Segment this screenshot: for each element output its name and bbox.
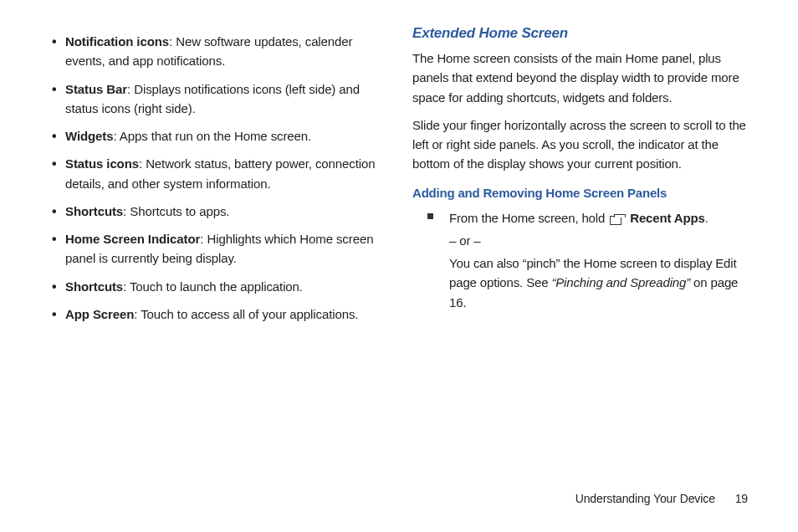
list-item: Notification icons: New software updates… — [52, 32, 386, 71]
desc: : Touch to launch the application. — [123, 279, 303, 294]
term: Shortcuts — [65, 204, 123, 218]
step-icon-label: Recent Apps — [630, 211, 704, 225]
step-item: From the Home screen, hold Recent Apps. … — [427, 208, 756, 312]
list-item: Status Bar: Displays notifications icons… — [52, 79, 386, 119]
term: Home Screen Indicator — [65, 232, 200, 246]
recent-apps-icon — [610, 214, 625, 224]
paragraph: Slide your finger horizontally across th… — [412, 115, 756, 174]
feature-list: Notification icons: New software updates… — [42, 32, 386, 324]
right-column: Extended Home Screen The Home screen con… — [412, 25, 756, 332]
term: Shortcuts — [65, 279, 123, 294]
list-item: Shortcuts: Shortcuts to apps. — [52, 202, 386, 221]
section-heading-panels: Adding and Removing Home Screen Panels — [412, 186, 756, 200]
step-tail: . — [705, 211, 708, 225]
list-item: Widgets: Apps that run on the Home scree… — [52, 126, 386, 146]
list-item: Shortcuts: Touch to launch the applicati… — [52, 277, 386, 296]
step-or: – or – — [449, 231, 756, 250]
term: Status icons — [65, 156, 139, 171]
paragraph: The Home screen consists of the main Hom… — [412, 49, 756, 107]
page-number: 19 — [735, 492, 748, 505]
desc: : Shortcuts to apps. — [123, 204, 229, 218]
footer-section: Understanding Your Device — [575, 492, 715, 505]
section-heading-extended: Extended Home Screen — [412, 25, 756, 42]
term: Widgets — [65, 129, 114, 143]
desc: : Touch to access all of your applicatio… — [134, 307, 358, 321]
list-item: Status icons: Network status, battery po… — [52, 154, 386, 193]
page-footer: Understanding Your Device 19 — [575, 492, 748, 505]
list-item: Home Screen Indicator: Highlights which … — [52, 229, 386, 269]
term: App Screen — [65, 307, 134, 321]
list-item: App Screen: Touch to access all of your … — [52, 304, 386, 324]
left-column: Notification icons: New software updates… — [42, 25, 386, 332]
step-lead: From the Home screen, hold — [449, 211, 608, 225]
alt-ref: “Pinching and Spreading” — [551, 275, 690, 289]
desc: : Apps that run on the Home screen. — [114, 129, 312, 143]
step-alt: You can also “pinch” the Home screen to … — [449, 253, 756, 312]
step-list: From the Home screen, hold Recent Apps. … — [412, 208, 756, 312]
term: Status Bar — [65, 82, 127, 96]
term: Notification icons — [65, 34, 169, 49]
